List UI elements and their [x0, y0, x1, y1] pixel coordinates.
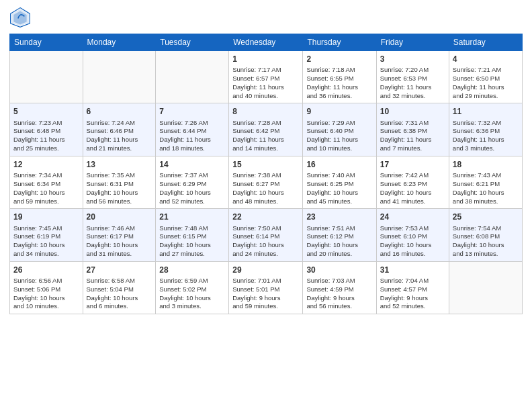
calendar-cell: 5Sunrise: 7:23 AM Sunset: 6:48 PM Daylig…	[10, 103, 83, 156]
day-number: 25	[453, 212, 519, 222]
day-info: Sunrise: 7:26 AM Sunset: 6:44 PM Dayligh…	[159, 119, 225, 153]
day-number: 10	[380, 106, 445, 117]
day-info: Sunrise: 7:24 AM Sunset: 6:46 PM Dayligh…	[87, 119, 152, 153]
calendar-cell: 25Sunrise: 7:54 AM Sunset: 6:08 PM Dayli…	[449, 209, 522, 261]
day-info: Sunrise: 7:35 AM Sunset: 6:31 PM Dayligh…	[87, 171, 152, 205]
calendar-cell: 20Sunrise: 7:46 AM Sunset: 6:17 PM Dayli…	[83, 209, 156, 261]
day-info: Sunrise: 7:29 AM Sunset: 6:40 PM Dayligh…	[306, 119, 372, 153]
calendar-cell: 8Sunrise: 7:28 AM Sunset: 6:42 PM Daylig…	[229, 103, 303, 156]
calendar-cell: 23Sunrise: 7:51 AM Sunset: 6:12 PM Dayli…	[303, 209, 376, 261]
calendar-cell	[10, 51, 83, 103]
day-number: 20	[87, 212, 152, 222]
day-number: 7	[159, 106, 225, 117]
calendar-cell: 4Sunrise: 7:21 AM Sunset: 6:50 PM Daylig…	[449, 51, 522, 103]
day-info: Sunrise: 7:34 AM Sunset: 6:34 PM Dayligh…	[13, 171, 79, 205]
day-number: 8	[232, 106, 299, 117]
weekday-header-friday: Friday	[376, 34, 449, 51]
day-info: Sunrise: 7:28 AM Sunset: 6:42 PM Dayligh…	[232, 119, 299, 153]
day-number: 6	[87, 106, 152, 117]
calendar-cell: 22Sunrise: 7:50 AM Sunset: 6:14 PM Dayli…	[229, 209, 303, 261]
day-number: 23	[306, 212, 372, 222]
day-info: Sunrise: 7:31 AM Sunset: 6:38 PM Dayligh…	[380, 119, 445, 153]
day-info: Sunrise: 6:58 AM Sunset: 5:04 PM Dayligh…	[87, 277, 152, 311]
day-number: 27	[87, 265, 152, 275]
calendar-cell: 21Sunrise: 7:48 AM Sunset: 6:15 PM Dayli…	[156, 209, 229, 261]
day-number: 30	[306, 265, 372, 275]
week-row-2: 5Sunrise: 7:23 AM Sunset: 6:48 PM Daylig…	[10, 103, 523, 156]
day-info: Sunrise: 7:51 AM Sunset: 6:12 PM Dayligh…	[306, 224, 372, 259]
calendar-cell: 6Sunrise: 7:24 AM Sunset: 6:46 PM Daylig…	[83, 103, 156, 156]
day-info: Sunrise: 7:17 AM Sunset: 6:57 PM Dayligh…	[232, 66, 299, 100]
day-number: 1	[232, 54, 299, 64]
day-info: Sunrise: 7:54 AM Sunset: 6:08 PM Dayligh…	[453, 224, 519, 259]
calendar-cell: 1Sunrise: 7:17 AM Sunset: 6:57 PM Daylig…	[229, 51, 303, 103]
day-info: Sunrise: 7:20 AM Sunset: 6:53 PM Dayligh…	[380, 66, 445, 100]
day-info: Sunrise: 7:43 AM Sunset: 6:21 PM Dayligh…	[453, 171, 519, 205]
day-info: Sunrise: 7:32 AM Sunset: 6:36 PM Dayligh…	[453, 119, 519, 153]
week-row-5: 26Sunrise: 6:56 AM Sunset: 5:06 PM Dayli…	[10, 261, 523, 314]
day-info: Sunrise: 7:40 AM Sunset: 6:25 PM Dayligh…	[306, 171, 372, 205]
calendar-cell: 30Sunrise: 7:03 AM Sunset: 4:59 PM Dayli…	[303, 261, 376, 314]
day-number: 26	[13, 265, 79, 275]
day-number: 2	[306, 54, 372, 64]
day-info: Sunrise: 7:04 AM Sunset: 4:57 PM Dayligh…	[380, 277, 445, 311]
week-row-1: 1Sunrise: 7:17 AM Sunset: 6:57 PM Daylig…	[10, 51, 523, 103]
calendar-cell: 9Sunrise: 7:29 AM Sunset: 6:40 PM Daylig…	[303, 103, 376, 156]
day-number: 12	[13, 159, 79, 170]
weekday-header-saturday: Saturday	[449, 34, 522, 51]
day-number: 5	[13, 106, 79, 117]
calendar-cell: 13Sunrise: 7:35 AM Sunset: 6:31 PM Dayli…	[83, 156, 156, 208]
calendar-cell: 16Sunrise: 7:40 AM Sunset: 6:25 PM Dayli…	[303, 156, 376, 208]
day-info: Sunrise: 7:45 AM Sunset: 6:19 PM Dayligh…	[13, 224, 79, 259]
day-info: Sunrise: 7:37 AM Sunset: 6:29 PM Dayligh…	[159, 171, 225, 205]
calendar-cell: 15Sunrise: 7:38 AM Sunset: 6:27 PM Dayli…	[229, 156, 303, 208]
calendar-cell: 3Sunrise: 7:20 AM Sunset: 6:53 PM Daylig…	[376, 51, 449, 103]
page: SundayMondayTuesdayWednesdayThursdayFrid…	[0, 0, 532, 411]
calendar-cell: 24Sunrise: 7:53 AM Sunset: 6:10 PM Dayli…	[376, 209, 449, 261]
weekday-header-thursday: Thursday	[303, 34, 376, 51]
day-number: 21	[159, 212, 225, 222]
day-info: Sunrise: 7:50 AM Sunset: 6:14 PM Dayligh…	[232, 224, 299, 259]
day-info: Sunrise: 7:03 AM Sunset: 4:59 PM Dayligh…	[306, 277, 372, 311]
logo	[9, 7, 34, 28]
calendar-cell: 18Sunrise: 7:43 AM Sunset: 6:21 PM Dayli…	[449, 156, 522, 208]
day-info: Sunrise: 7:21 AM Sunset: 6:50 PM Dayligh…	[453, 66, 519, 100]
day-info: Sunrise: 7:18 AM Sunset: 6:55 PM Dayligh…	[306, 66, 372, 100]
day-number: 3	[380, 54, 445, 64]
header	[9, 7, 523, 28]
calendar-cell: 14Sunrise: 7:37 AM Sunset: 6:29 PM Dayli…	[156, 156, 229, 208]
calendar-cell: 17Sunrise: 7:42 AM Sunset: 6:23 PM Dayli…	[376, 156, 449, 208]
calendar-cell: 10Sunrise: 7:31 AM Sunset: 6:38 PM Dayli…	[376, 103, 449, 156]
day-number: 22	[232, 212, 299, 222]
logo-icon	[9, 7, 31, 28]
day-number: 17	[380, 159, 445, 170]
day-number: 19	[13, 212, 79, 222]
day-number: 11	[453, 106, 519, 117]
weekday-header-tuesday: Tuesday	[156, 34, 229, 51]
calendar-cell: 7Sunrise: 7:26 AM Sunset: 6:44 PM Daylig…	[156, 103, 229, 156]
day-number: 14	[159, 159, 225, 170]
calendar-cell: 2Sunrise: 7:18 AM Sunset: 6:55 PM Daylig…	[303, 51, 376, 103]
day-info: Sunrise: 6:56 AM Sunset: 5:06 PM Dayligh…	[13, 277, 79, 311]
day-number: 31	[380, 265, 445, 275]
weekday-header-monday: Monday	[83, 34, 156, 51]
weekday-header-sunday: Sunday	[10, 34, 83, 51]
weekday-header-row: SundayMondayTuesdayWednesdayThursdayFrid…	[10, 34, 523, 51]
calendar-cell	[156, 51, 229, 103]
day-info: Sunrise: 7:42 AM Sunset: 6:23 PM Dayligh…	[380, 171, 445, 205]
calendar-table: SundayMondayTuesdayWednesdayThursdayFrid…	[9, 34, 523, 314]
calendar-cell	[83, 51, 156, 103]
day-number: 24	[380, 212, 445, 222]
calendar-cell	[449, 261, 522, 314]
day-info: Sunrise: 7:38 AM Sunset: 6:27 PM Dayligh…	[232, 171, 299, 205]
day-info: Sunrise: 7:48 AM Sunset: 6:15 PM Dayligh…	[159, 224, 225, 259]
calendar-cell: 26Sunrise: 6:56 AM Sunset: 5:06 PM Dayli…	[10, 261, 83, 314]
day-number: 4	[453, 54, 519, 64]
day-number: 28	[159, 265, 225, 275]
day-info: Sunrise: 6:59 AM Sunset: 5:02 PM Dayligh…	[159, 277, 225, 311]
week-row-4: 19Sunrise: 7:45 AM Sunset: 6:19 PM Dayli…	[10, 209, 523, 261]
day-number: 29	[232, 265, 299, 275]
day-number: 9	[306, 106, 372, 117]
day-number: 18	[453, 159, 519, 170]
day-number: 16	[306, 159, 372, 170]
